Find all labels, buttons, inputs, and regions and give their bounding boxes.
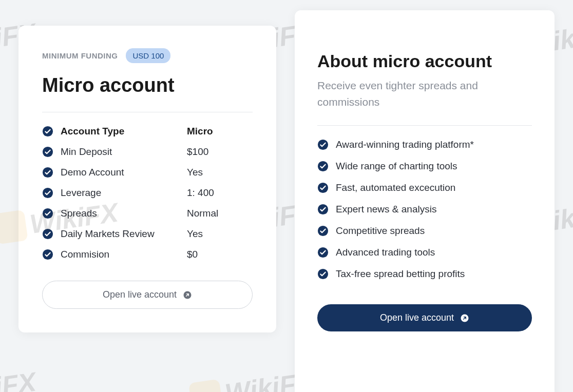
check-icon xyxy=(317,225,329,237)
arrow-icon xyxy=(460,313,469,323)
arrow-icon xyxy=(183,290,192,300)
check-icon xyxy=(317,247,329,258)
bullet-row: Advanced trading tools xyxy=(317,247,532,258)
feature-value: Micro xyxy=(187,126,213,137)
bullet-row: Competitive spreads xyxy=(317,225,532,237)
check-icon xyxy=(42,249,53,260)
button-label: Open live account xyxy=(103,289,177,300)
check-icon xyxy=(317,204,329,215)
check-icon xyxy=(42,187,53,199)
bullet-text: Expert news & analysis xyxy=(336,204,436,215)
feature-row: SpreadsNormal xyxy=(42,208,253,219)
feature-value: Yes xyxy=(187,228,203,240)
open-live-account-button[interactable]: Open live account xyxy=(42,281,253,309)
feature-label: Account Type xyxy=(61,126,187,137)
feature-value: 1: 400 xyxy=(187,187,214,199)
bullet-row: Fast, automated excecution xyxy=(317,182,532,193)
bullet-text: Tax-free spread betting profits xyxy=(336,268,465,280)
feature-row: Min Deposit$100 xyxy=(42,146,253,158)
check-icon xyxy=(42,208,53,219)
bullet-text: Competitive spreads xyxy=(336,225,425,237)
check-icon xyxy=(42,146,53,158)
feature-label: Spreads xyxy=(61,208,187,219)
bullet-row: Wide range of charting tools xyxy=(317,161,532,172)
bullet-row: Award-winning trading platform* xyxy=(317,139,532,150)
feature-row: Account TypeMicro xyxy=(42,126,253,137)
funding-badge: USD 100 xyxy=(126,48,170,63)
check-icon xyxy=(317,268,329,280)
bullet-text: Fast, automated excecution xyxy=(336,182,455,193)
bullet-text: Wide range of charting tools xyxy=(336,161,457,172)
feature-label: Demo Account xyxy=(61,167,187,178)
feature-row: Commision$0 xyxy=(42,249,253,260)
min-funding-label: MINIMUM FUNDING xyxy=(42,51,118,60)
bullet-row: Expert news & analysis xyxy=(317,204,532,215)
feature-value: Normal xyxy=(187,208,218,219)
feature-value: Yes xyxy=(187,167,203,178)
about-micro-account-card: About micro account Receive even tighter… xyxy=(295,10,555,392)
card-title: About micro account xyxy=(317,51,532,71)
bullet-text: Award-winning trading platform* xyxy=(336,139,474,150)
open-live-account-button[interactable]: Open live account xyxy=(317,304,532,331)
check-icon xyxy=(317,182,329,193)
feature-label: Daily Markets Review xyxy=(61,228,187,240)
check-icon xyxy=(42,167,53,178)
feature-label: Commision xyxy=(61,249,187,260)
divider xyxy=(42,112,253,112)
feature-row: Daily Markets ReviewYes xyxy=(42,228,253,240)
divider xyxy=(317,125,532,126)
feature-label: Min Deposit xyxy=(61,146,187,158)
check-icon xyxy=(317,161,329,172)
feature-value: $100 xyxy=(187,146,208,158)
card-subtitle: Receive even tighter spreads and commiss… xyxy=(317,77,532,110)
button-label: Open live account xyxy=(380,312,454,323)
check-icon xyxy=(42,126,53,137)
feature-row: Leverage1: 400 xyxy=(42,187,253,199)
feature-label: Leverage xyxy=(61,187,187,199)
bullet-row: Tax-free spread betting profits xyxy=(317,268,532,280)
bullet-text: Advanced trading tools xyxy=(336,247,435,258)
feature-row: Demo AccountYes xyxy=(42,167,253,178)
card-title: Micro account xyxy=(42,74,253,96)
micro-account-card: MINIMUM FUNDING USD 100 Micro account Ac… xyxy=(18,26,276,332)
feature-value: $0 xyxy=(187,249,198,260)
check-icon xyxy=(42,228,53,240)
check-icon xyxy=(317,139,329,150)
